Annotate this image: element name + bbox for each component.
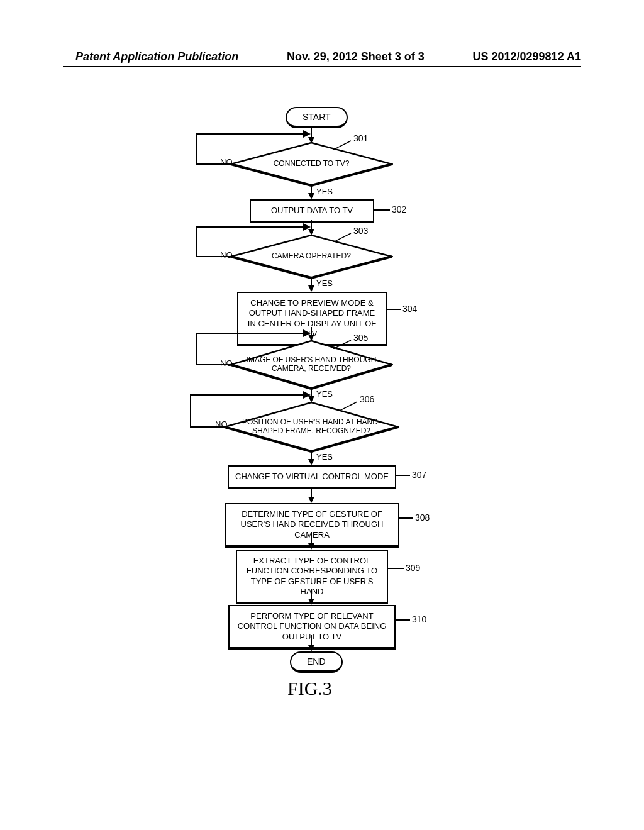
label-no: NO: [220, 157, 233, 167]
node-d303-text: CAMERA OPERATED?: [242, 252, 381, 261]
arrow: [305, 278, 318, 292]
arrow: [305, 589, 318, 605]
ref-303: 303: [353, 226, 368, 236]
connector: [196, 333, 306, 334]
header-right: US 2012/0299812 A1: [473, 50, 581, 64]
connector: [196, 133, 197, 165]
svg-line-30: [340, 402, 357, 411]
node-start: START: [286, 107, 348, 128]
node-d305-text: IMAGE OF USER'S HAND THROUGH CAMERA, REC…: [242, 356, 381, 374]
connector: [196, 133, 306, 135]
svg-marker-37: [308, 543, 314, 550]
arrow: [305, 185, 318, 199]
node-start-text: START: [303, 112, 331, 122]
arrowhead: [303, 329, 312, 338]
node-p307-text: CHANGE TO VIRTUAL CONTROL MODE: [235, 472, 389, 481]
arrowhead: [303, 130, 312, 138]
node-d301-text: CONNECTED TO TV?: [242, 160, 381, 169]
connector: [196, 256, 231, 257]
label-no: NO: [220, 358, 233, 368]
connector: [374, 209, 390, 211]
connector: [387, 309, 401, 310]
svg-line-14: [333, 233, 351, 242]
svg-marker-41: [308, 645, 314, 651]
connector: [190, 426, 225, 428]
svg-marker-6: [303, 130, 311, 138]
svg-marker-31: [303, 391, 311, 399]
ref-306: 306: [360, 394, 374, 404]
page-header: Patent Application Publication Nov. 29, …: [0, 50, 644, 64]
svg-line-5: [333, 141, 351, 150]
arrow: [305, 533, 318, 550]
connector: [190, 394, 191, 428]
svg-marker-15: [303, 223, 311, 231]
svg-marker-33: [308, 459, 314, 465]
connector: [196, 226, 306, 228]
svg-marker-24: [303, 329, 311, 337]
ref-310: 310: [412, 614, 426, 624]
connector: [196, 163, 231, 165]
connector: [396, 619, 410, 621]
connector: [388, 568, 404, 569]
ref-307: 307: [412, 470, 426, 480]
svg-marker-35: [308, 497, 314, 503]
header-left: Patent Application Publication: [75, 50, 238, 64]
label-yes: YES: [316, 452, 333, 462]
node-end: END: [290, 651, 343, 673]
arrowhead: [303, 390, 312, 399]
connector: [196, 333, 197, 365]
label-yes: YES: [316, 389, 333, 399]
arrow: [305, 487, 318, 503]
label-yes: YES: [316, 279, 333, 288]
node-d306: POSITION OF USER'S HAND AT HAND-SHAPED F…: [223, 401, 399, 453]
svg-marker-17: [308, 285, 314, 292]
connector: [196, 364, 231, 365]
ref-302: 302: [392, 204, 406, 214]
ref-309: 309: [406, 563, 420, 573]
figure-label: FIG.3: [287, 678, 332, 699]
svg-line-23: [333, 340, 351, 349]
arrowhead: [303, 223, 312, 231]
ref-308: 308: [415, 512, 430, 523]
connector: [396, 475, 410, 476]
arrow: [305, 635, 318, 651]
connector: [190, 394, 306, 396]
svg-marker-8: [308, 193, 314, 199]
connector: [399, 517, 413, 519]
arrow: [305, 451, 318, 465]
ref-305: 305: [353, 333, 368, 343]
header-rule: [63, 66, 581, 67]
header-center: Nov. 29, 2012 Sheet 3 of 3: [287, 50, 425, 64]
ref-301: 301: [353, 133, 368, 143]
label-no: NO: [220, 250, 233, 260]
label-yes: YES: [316, 187, 333, 196]
node-d305: IMAGE OF USER'S HAND THROUGH CAMERA, REC…: [230, 340, 393, 390]
svg-marker-39: [308, 599, 314, 605]
node-p302-text: OUTPUT DATA TO TV: [271, 206, 353, 215]
connector: [196, 226, 197, 257]
node-d303: CAMERA OPERATED?: [230, 234, 393, 279]
node-end-text: END: [307, 656, 326, 667]
ref-304: 304: [402, 304, 417, 314]
node-d306-text: POSITION OF USER'S HAND AT HAND-SHAPED F…: [236, 418, 386, 436]
node-p307: CHANGE TO VIRTUAL CONTROL MODE: [228, 465, 396, 489]
node-d301: CONNECTED TO TV?: [230, 141, 393, 187]
